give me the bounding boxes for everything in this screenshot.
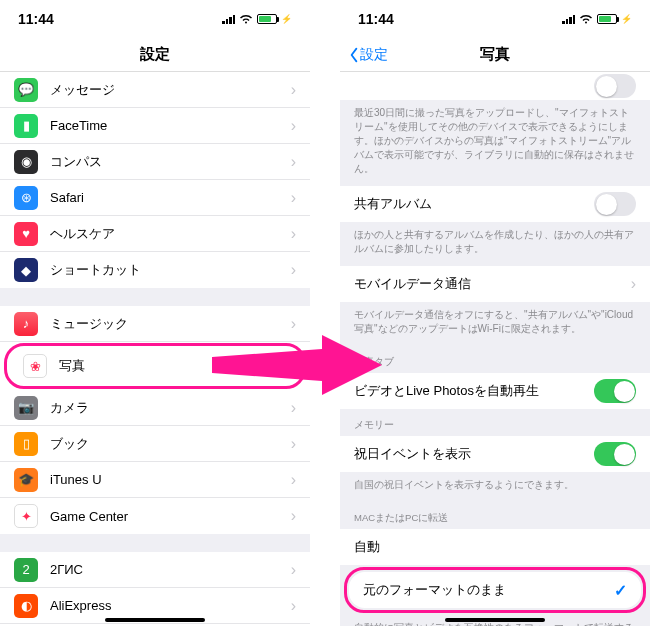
page-title: 設定 xyxy=(140,45,170,64)
row-label: メッセージ xyxy=(50,81,291,99)
row-automatic[interactable]: 自動 xyxy=(340,529,650,565)
books-icon: ▯ xyxy=(14,432,38,456)
battery-icon xyxy=(257,14,277,24)
chevron-icon: › xyxy=(631,275,636,293)
nav-bar: 設定 写真 xyxy=(340,38,650,72)
toggle-holidays[interactable] xyxy=(594,442,636,466)
label-autoplay: ビデオとLive Photosを自動再生 xyxy=(354,382,594,400)
svg-marker-0 xyxy=(212,335,382,395)
battery-icon xyxy=(597,14,617,24)
chevron-icon: › xyxy=(291,435,296,453)
toggle-autoplay[interactable] xyxy=(594,379,636,403)
row-label: カメラ xyxy=(50,399,291,417)
row-label: Safari xyxy=(50,190,291,205)
settings-row-facetime[interactable]: ▮FaceTime› xyxy=(0,108,310,144)
row-label: iTunes U xyxy=(50,472,291,487)
chevron-icon: › xyxy=(291,399,296,417)
photos-settings-list[interactable]: 最近30日間に撮った写真をアップロードし、"マイフォトストリーム"を使用してその… xyxy=(340,72,650,626)
home-indicator xyxy=(105,618,205,622)
row-autoplay[interactable]: ビデオとLive Photosを自動再生 xyxy=(340,373,650,409)
status-time: 11:44 xyxy=(358,11,394,27)
settings-row-gamecenter[interactable]: ✦Game Center› xyxy=(0,498,310,534)
row-label: AliExpress xyxy=(50,598,291,613)
row-photostream[interactable] xyxy=(340,72,650,100)
settings-row-shortcuts[interactable]: ◆ショートカット› xyxy=(0,252,310,288)
label-holidays: 祝日イベントを表示 xyxy=(354,445,594,463)
settings-row-books[interactable]: ▯ブック› xyxy=(0,426,310,462)
row-original-format[interactable]: 元のフォーマットのまま ✓ xyxy=(349,572,641,608)
header-memories: メモリー xyxy=(340,409,650,436)
signal-icon xyxy=(562,14,575,24)
gamecenter-icon: ✦ xyxy=(14,504,38,528)
row-cellular[interactable]: モバイルデータ通信 › xyxy=(340,266,650,302)
settings-row-itunesu[interactable]: 🎓iTunes U› xyxy=(0,462,310,498)
label-original-format: 元のフォーマットのまま xyxy=(363,581,614,599)
chevron-icon: › xyxy=(291,225,296,243)
charging-icon: ⚡ xyxy=(621,14,632,24)
status-bar: 11:44 ⚡ xyxy=(0,0,310,38)
chevron-icon: › xyxy=(291,261,296,279)
chevron-icon: › xyxy=(291,597,296,615)
status-icons: ⚡ xyxy=(222,14,292,24)
row-shared-albums[interactable]: 共有アルバム xyxy=(340,186,650,222)
facetime-icon: ▮ xyxy=(14,114,38,138)
row-label: FaceTime xyxy=(50,118,291,133)
nav-bar: 設定 xyxy=(0,38,310,72)
settings-row-messages[interactable]: 💬メッセージ› xyxy=(0,72,310,108)
status-bar: 11:44 ⚡ xyxy=(340,0,650,38)
row-holidays[interactable]: 祝日イベントを表示 xyxy=(340,436,650,472)
label-shared-albums: 共有アルバム xyxy=(354,195,594,213)
row-label: コンパス xyxy=(50,153,291,171)
row-label: ブック xyxy=(50,435,291,453)
charging-icon: ⚡ xyxy=(281,14,292,24)
row-label: Game Center xyxy=(50,509,291,524)
health-icon: ♥ xyxy=(14,222,38,246)
footer-photostream: 最近30日間に撮った写真をアップロードし、"マイフォトストリーム"を使用してその… xyxy=(340,100,650,186)
home-indicator xyxy=(445,618,545,622)
footer-cellular: モバイルデータ通信をオフにすると、"共有アルバム"や"iCloud写真"などのア… xyxy=(340,302,650,346)
wifi-icon xyxy=(239,14,253,24)
signal-icon xyxy=(222,14,235,24)
chevron-icon: › xyxy=(291,561,296,579)
settings-row-safari[interactable]: ⊛Safari› xyxy=(0,180,310,216)
chevron-icon: › xyxy=(291,315,296,333)
itunesu-icon: 🎓 xyxy=(14,468,38,492)
row-label: ヘルスケア xyxy=(50,225,291,243)
chevron-icon: › xyxy=(291,189,296,207)
back-button[interactable]: 設定 xyxy=(348,46,388,64)
aliexpress-icon: ◐ xyxy=(14,594,38,618)
left-phone: 11:44 ⚡ 設定 💬メッセージ›▮FaceTime›◉コンパス›⊛Safar… xyxy=(0,0,310,626)
row-label: ショートカット xyxy=(50,261,291,279)
wifi-icon xyxy=(579,14,593,24)
compass-icon: ◉ xyxy=(14,150,38,174)
2gis-icon: 2 xyxy=(14,558,38,582)
settings-row-2gis[interactable]: 22ГИС› xyxy=(0,552,310,588)
status-time: 11:44 xyxy=(18,11,54,27)
label-cellular: モバイルデータ通信 xyxy=(354,275,631,293)
checkmark-icon: ✓ xyxy=(614,581,627,600)
chevron-icon: › xyxy=(291,507,296,525)
safari-icon: ⊛ xyxy=(14,186,38,210)
photos-icon: ❀ xyxy=(23,354,47,378)
status-icons: ⚡ xyxy=(562,14,632,24)
footer-shared-albums: ほかの人と共有するアルバムを作成したり、ほかの人の共有アルバムに参加したりします… xyxy=(340,222,650,266)
toggle-shared-albums[interactable] xyxy=(594,192,636,216)
footer-holidays: 自国の祝日イベントを表示するようにできます。 xyxy=(340,472,650,502)
annotation-arrow xyxy=(212,335,382,395)
settings-row-health[interactable]: ♥ヘルスケア› xyxy=(0,216,310,252)
music-icon: ♪ xyxy=(14,312,38,336)
settings-row-camera[interactable]: 📷カメラ› xyxy=(0,390,310,426)
messages-icon: 💬 xyxy=(14,78,38,102)
right-phone: 11:44 ⚡ 設定 写真 最近30日間に撮った写真をアップロードし、"マイフォ… xyxy=(340,0,650,626)
row-label: ミュージック xyxy=(50,315,291,333)
chevron-icon: › xyxy=(291,471,296,489)
back-label: 設定 xyxy=(360,46,388,64)
camera-icon: 📷 xyxy=(14,396,38,420)
label-automatic: 自動 xyxy=(354,538,636,556)
chevron-icon: › xyxy=(291,153,296,171)
chevron-icon: › xyxy=(291,117,296,135)
settings-row-compass[interactable]: ◉コンパス› xyxy=(0,144,310,180)
toggle-photostream[interactable] xyxy=(594,74,636,98)
header-transfer: MACまたはPCに転送 xyxy=(340,502,650,529)
shortcuts-icon: ◆ xyxy=(14,258,38,282)
